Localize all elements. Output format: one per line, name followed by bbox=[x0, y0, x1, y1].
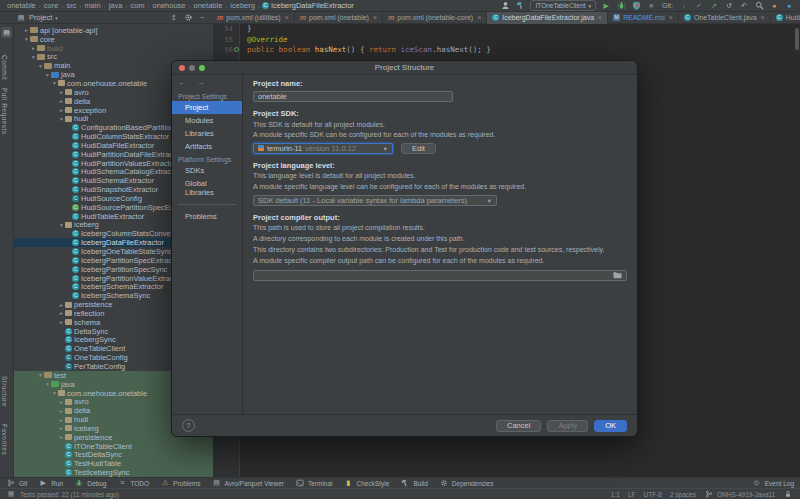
breadcrumb-item[interactable]: src bbox=[66, 1, 76, 10]
tool-window-button-checkstyle[interactable]: ▮CheckStyle bbox=[344, 478, 390, 488]
sidebar-item-artifacts[interactable]: Artifacts bbox=[172, 140, 242, 153]
tool-window-button-problems[interactable]: ⚠Problems bbox=[160, 478, 200, 488]
tool-window-button-build[interactable]: Build bbox=[400, 478, 427, 488]
close-tab-icon[interactable]: × bbox=[373, 14, 377, 21]
tool-window-button-git[interactable]: Git bbox=[6, 478, 27, 488]
run-config-select[interactable]: ITOneTableClient▾ bbox=[530, 0, 596, 11]
back-forward-icons[interactable]: ← → bbox=[172, 77, 242, 90]
edit-sdk-button[interactable]: Edit bbox=[401, 143, 436, 154]
tool-window-button-todo[interactable]: ≡TODO bbox=[117, 478, 149, 488]
update-project-icon[interactable]: ↓ bbox=[679, 1, 689, 11]
profiler-icon[interactable]: ● bbox=[769, 1, 779, 11]
project-name-input[interactable]: onetable bbox=[253, 91, 453, 102]
tree-item[interactable]: ▸api [onetable-api] bbox=[14, 26, 213, 35]
readonly-lock-icon[interactable] bbox=[783, 489, 793, 499]
stripe-item-structure[interactable]: Structure bbox=[1, 376, 8, 407]
stop-icon[interactable]: ■ bbox=[646, 1, 656, 11]
chevron-down-icon[interactable]: ▾ bbox=[55, 15, 58, 21]
tool-window-button-run[interactable]: ▶Run bbox=[38, 478, 63, 488]
history-icon[interactable]: ↺ bbox=[724, 1, 734, 11]
breadcrumb-item[interactable]: onetable bbox=[7, 1, 36, 10]
help-button[interactable]: ? bbox=[182, 419, 195, 432]
hide-panel-icon[interactable]: − bbox=[197, 13, 207, 23]
tool-window-toggle-icon[interactable]: ▦ bbox=[7, 490, 15, 498]
notifications-icon[interactable]: ● bbox=[784, 1, 794, 11]
commit-icon[interactable]: ✓ bbox=[694, 1, 704, 11]
debug-icon[interactable] bbox=[616, 1, 626, 11]
stripe-item-pull-requests[interactable]: Pull Requests bbox=[1, 88, 8, 135]
sidebar-item-sdks[interactable]: SDKs bbox=[172, 164, 242, 177]
close-tab-icon[interactable]: × bbox=[669, 14, 673, 21]
editor-scrollbar[interactable] bbox=[795, 28, 799, 50]
breadcrumb-item[interactable]: onetable bbox=[194, 1, 223, 10]
ok-button[interactable]: OK bbox=[594, 420, 627, 432]
encoding-widget[interactable]: UTF-8 bbox=[644, 491, 662, 498]
dialog-title-bar[interactable]: Project Structure bbox=[172, 61, 637, 75]
build-hammer-icon[interactable] bbox=[515, 1, 525, 11]
editor-code[interactable]: }@Overridepublic boolean hasNext() { ret… bbox=[247, 24, 792, 56]
search-everywhere-icon[interactable] bbox=[754, 1, 764, 11]
editor-tab[interactable]: mpom.xml (onetable-core)× bbox=[383, 12, 487, 24]
breadcrumb-current[interactable]: CIcebergDataFileExtractor bbox=[262, 1, 354, 10]
tree-item[interactable]: ▾core bbox=[14, 35, 213, 44]
zoom-window-icon[interactable] bbox=[199, 65, 205, 71]
apply-button[interactable]: Apply bbox=[547, 420, 588, 432]
editor-tab[interactable]: CIcebergDataFileExtractor.java× bbox=[487, 12, 608, 24]
cancel-button[interactable]: Cancel bbox=[496, 420, 541, 432]
revert-icon[interactable]: ↶ bbox=[739, 1, 749, 11]
editor-tab[interactable]: COneTableClient.java× bbox=[679, 12, 771, 24]
sidebar-item-modules[interactable]: Modules bbox=[172, 114, 242, 127]
close-tab-icon[interactable]: × bbox=[285, 14, 289, 21]
sidebar-item-problems[interactable]: Problems bbox=[172, 210, 242, 223]
language-level-select[interactable]: SDK default (11 - Local variable syntax … bbox=[253, 195, 497, 206]
user-icon[interactable] bbox=[500, 1, 510, 11]
breadcrumb-item[interactable]: java bbox=[109, 1, 123, 10]
editor-tab[interactable]: MREADME.md× bbox=[608, 12, 679, 24]
stripe-item-commit[interactable]: Commit bbox=[1, 55, 8, 80]
breadcrumb-item[interactable]: com bbox=[130, 1, 144, 10]
tree-item[interactable]: ▸build bbox=[14, 44, 213, 53]
project-panel-header[interactable]: ▤ Project ▾ ↥− bbox=[0, 13, 212, 23]
editor-tab[interactable]: CHudiSchemaCatalogExtractor.java× bbox=[771, 12, 800, 24]
sdk-select[interactable]: temurin-11 version 11.0.12 ▼ bbox=[253, 143, 393, 154]
editor-tab[interactable]: mpom.xml (utilities)× bbox=[212, 12, 295, 24]
event-log-button[interactable]: ⊙Event Log bbox=[752, 478, 794, 488]
line-ending-widget[interactable]: LF bbox=[628, 491, 636, 498]
override-marker-icon[interactable] bbox=[234, 47, 239, 52]
git-branch-widget[interactable]: ONHS-4919-Java11 bbox=[704, 489, 775, 499]
stripe-item-favorites[interactable]: Favorites bbox=[1, 424, 8, 455]
editor-tab[interactable]: mpom.xml (onetable)× bbox=[295, 12, 383, 24]
breadcrumb-item[interactable]: iceberg bbox=[230, 1, 255, 10]
collapse-all-icon[interactable]: ↥ bbox=[169, 13, 179, 23]
folder-icon[interactable] bbox=[613, 271, 622, 279]
tool-window-button-debug[interactable]: Debug bbox=[74, 478, 106, 488]
sidebar-item-global-libraries[interactable]: Global Libraries bbox=[172, 177, 242, 199]
breadcrumb-item[interactable]: main bbox=[84, 1, 100, 10]
coverage-icon[interactable] bbox=[631, 1, 641, 11]
close-window-icon[interactable] bbox=[179, 65, 185, 71]
indent-widget[interactable]: 2 spaces bbox=[670, 491, 696, 498]
minimize-window-icon[interactable] bbox=[189, 65, 195, 71]
breadcrumb-item[interactable]: core bbox=[44, 1, 59, 10]
settings-gear-icon[interactable] bbox=[183, 13, 193, 23]
caret-position-widget[interactable]: 1:1 bbox=[611, 491, 620, 498]
tool-window-button-terminal[interactable]: Terminal bbox=[295, 478, 333, 488]
run-icon[interactable]: ▶ bbox=[601, 1, 611, 11]
tests-status-text[interactable]: Tests passed: 22 (11 minutes ago) bbox=[20, 491, 119, 498]
compiler-output-input[interactable] bbox=[253, 270, 627, 281]
sidebar-item-libraries[interactable]: Libraries bbox=[172, 127, 242, 140]
sidebar-item-project[interactable]: Project bbox=[172, 101, 242, 114]
tool-window-button-dependencies[interactable]: Dependencies bbox=[439, 478, 494, 488]
tool-window-button-avro-parquet-viewer[interactable]: ▤Avro/Parquet Viewer bbox=[212, 478, 284, 488]
tree-item[interactable]: CTestDeltaSync bbox=[14, 451, 213, 460]
close-tab-icon[interactable]: × bbox=[477, 14, 481, 21]
stripe-project-button[interactable]: ▤ bbox=[1, 27, 12, 38]
tree-item[interactable]: CITOneTableClient bbox=[14, 442, 213, 451]
breadcrumb-item[interactable]: onehouse bbox=[153, 1, 186, 10]
tree-item[interactable]: CTestIcebergSync bbox=[14, 468, 213, 477]
close-tab-icon[interactable]: × bbox=[598, 14, 602, 21]
push-icon[interactable]: ↗ bbox=[709, 1, 719, 11]
close-tab-icon[interactable]: × bbox=[761, 14, 765, 21]
tree-item[interactable]: CTestHudiTable bbox=[14, 459, 213, 468]
code-token: hasNext bbox=[315, 45, 347, 54]
